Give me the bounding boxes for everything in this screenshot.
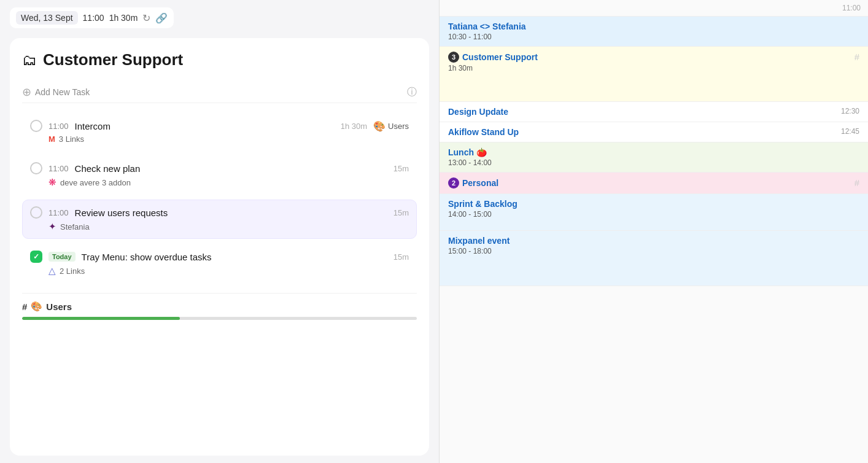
task-item: 11:00 Check new plan 15m ❋ deve avere 3 … [22, 155, 417, 195]
task-checkbox-2[interactable] [30, 162, 42, 174]
calendar-event[interactable]: 2 Personal # [440, 173, 868, 194]
calendar-event[interactable]: Design Update 12:30 [440, 102, 868, 122]
task-duration: 15m [393, 208, 409, 217]
right-panel: 11:00 Tatiana <> Stefania 10:30 - 11:00 … [439, 0, 868, 463]
task-duration: 15m [393, 164, 409, 173]
event-title: Mixpanel event [448, 236, 859, 246]
progress-fill [22, 317, 180, 320]
calendar-event[interactable]: Lunch 🍅 13:00 - 14:00 [440, 142, 868, 173]
calendar-event[interactable]: Akiflow Stand Up 12:45 [440, 122, 868, 142]
info-icon[interactable]: ⓘ [407, 86, 417, 99]
event-title: Customer Support [462, 52, 538, 62]
progress-bar [22, 317, 417, 320]
task-item-highlighted: 11:00 Review users requests 15m ✦ Stefan… [22, 200, 417, 239]
event-time: 1h 30m [448, 64, 859, 72]
left-panel: Wed, 13 Sept 11:00 1h 30m ↻ 🔗 🗂 Customer… [0, 0, 439, 463]
plus-icon: ⊕ [22, 85, 31, 99]
add-task-button[interactable]: ⊕ Add New Task [22, 85, 90, 99]
calendar-event[interactable]: Mixpanel event 15:00 - 18:00 [440, 231, 868, 286]
task-duration: 15m [393, 252, 409, 262]
task-meta-text: Stefania [60, 222, 90, 231]
link-icon[interactable]: 🔗 [155, 12, 168, 24]
task-meta-text: deve avere 3 addon [60, 178, 131, 187]
tag-label: Users [388, 122, 409, 131]
event-title: Akiflow Stand Up [448, 127, 519, 137]
header-time: 11:00 [83, 13, 104, 23]
task-item: Today Tray Menu: show overdue tasks 15m … [22, 244, 417, 283]
project-name: Customer Support [43, 50, 183, 69]
task-name: Tray Menu: show overdue tasks [82, 252, 387, 262]
event-title-row: 3 Customer Support # [448, 52, 859, 63]
calendar-event[interactable]: 3 Customer Support # 1h 30m [440, 47, 868, 102]
klipfolio-icon: ❋ [48, 177, 56, 188]
project-icon: 🗂 [22, 52, 37, 69]
task-duration: 1h 30m [341, 122, 367, 131]
event-time: 10:30 - 11:00 [448, 33, 859, 41]
event-title: Design Update [448, 107, 508, 117]
task-meta-text: 3 Links [59, 134, 84, 144]
event-title: Tatiana <> Stefania [448, 21, 859, 31]
task-time: 11:00 [48, 164, 69, 173]
event-time: 13:00 - 14:00 [448, 158, 859, 167]
event-badge: 2 [448, 177, 459, 189]
gmail-icon: M [48, 134, 55, 144]
header-duration: 1h 30m [109, 13, 138, 23]
footer-label: Users [46, 302, 72, 312]
section-footer: # 🎨 Users [22, 293, 417, 327]
add-task-label: Add New Task [35, 87, 90, 97]
today-badge: Today [48, 252, 76, 262]
header-date: Wed, 13 Sept [16, 11, 78, 25]
main-card: 🗂 Customer Support ⊕ Add New Task ⓘ 11:0… [10, 38, 429, 456]
event-title: Sprint & Backlog [448, 199, 859, 209]
slack-icon: ✦ [48, 221, 56, 232]
task-name: Review users requests [75, 208, 387, 218]
event-time-right: 12:45 [841, 127, 859, 136]
event-time: 14:00 - 15:00 [448, 210, 859, 219]
event-title-row: 2 Personal # [448, 177, 859, 189]
task-checkbox-3[interactable] [30, 206, 42, 219]
event-hash-tag: # [854, 52, 859, 62]
add-task-row: ⊕ Add New Task ⓘ [22, 82, 417, 103]
task-name: Intercom [75, 121, 335, 131]
task-tag: 🎨 Users [373, 120, 409, 132]
task-item: 11:00 Intercom 1h 30m 🎨 Users M 3 Links [22, 113, 417, 150]
linear-icon: △ [48, 265, 56, 276]
event-title: Lunch 🍅 [448, 147, 859, 157]
task-checkbox-4[interactable] [30, 251, 42, 263]
event-badge: 3 [448, 52, 459, 63]
event-time-right: 12:30 [841, 107, 859, 115]
refresh-icon[interactable]: ↻ [142, 12, 150, 24]
task-checkbox-1[interactable] [30, 120, 42, 132]
calendar-event[interactable]: Sprint & Backlog 14:00 - 15:00 [440, 194, 868, 231]
project-title: 🗂 Customer Support [22, 50, 417, 69]
task-time: 11:00 [48, 208, 69, 217]
event-title: Personal [462, 178, 498, 188]
time-label: 11:00 [440, 0, 868, 17]
task-meta-text: 2 Links [60, 267, 85, 276]
hash-symbol: # [22, 302, 27, 312]
time-header: Wed, 13 Sept 11:00 1h 30m ↻ 🔗 [10, 7, 174, 28]
calendar-event[interactable]: Tatiana <> Stefania 10:30 - 11:00 [440, 17, 868, 47]
task-time: 11:00 [48, 122, 69, 131]
footer-emoji: 🎨 [31, 301, 42, 312]
task-name: Check new plan [75, 163, 387, 174]
event-time: 15:00 - 18:00 [448, 247, 859, 255]
event-hash-tag: # [854, 177, 859, 188]
section-label: # 🎨 Users [22, 301, 417, 312]
